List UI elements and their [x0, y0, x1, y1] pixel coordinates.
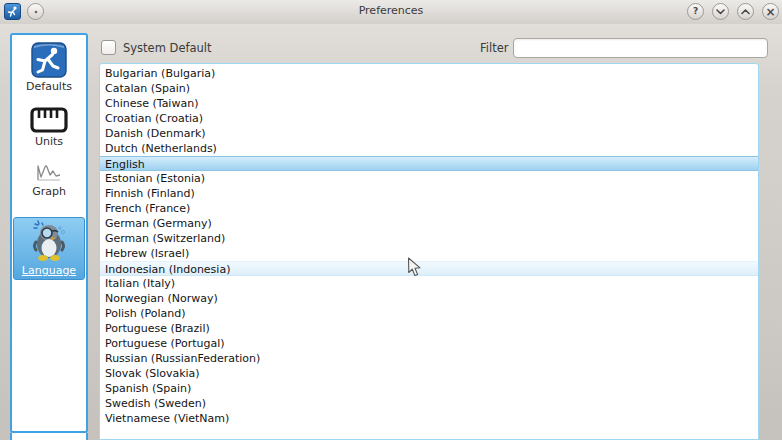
language-list-item[interactable]: English: [100, 156, 758, 171]
language-list-item[interactable]: Polish (Poland): [100, 306, 758, 321]
dive-profile-icon: [36, 163, 62, 183]
filter-input[interactable]: [513, 38, 768, 58]
language-list-item[interactable]: Finnish (Finland): [100, 186, 758, 201]
language-list[interactable]: Bulgarian (Bulgaria)Catalan (Spain)Chine…: [99, 63, 759, 440]
window-title: Preferences: [0, 4, 782, 17]
roll-up-button[interactable]: [737, 3, 754, 20]
language-list-item[interactable]: Chinese (Taiwan): [100, 96, 758, 111]
penguin-icon: [27, 220, 71, 262]
language-list-item[interactable]: Portuguese (Brazil): [100, 321, 758, 336]
preferences-window: Preferences ? × Defaul: [0, 0, 782, 440]
language-list-item[interactable]: Norwegian (Norway): [100, 291, 758, 306]
language-list-item[interactable]: German (Switzerland): [100, 231, 758, 246]
help-button[interactable]: ?: [687, 3, 704, 20]
language-list-item[interactable]: Russian (RussianFederation): [100, 351, 758, 366]
chevron-up-icon: [741, 9, 750, 15]
language-list-item[interactable]: Italian (Italy): [100, 276, 758, 291]
diver-icon: [31, 42, 67, 78]
question-mark-icon: ?: [693, 7, 698, 16]
language-list-item[interactable]: Bulgarian (Bulgaria): [100, 66, 758, 81]
sidebar-item-label: Defaults: [26, 80, 72, 93]
sidebar-item-language[interactable]: Language: [13, 217, 85, 280]
language-list-item[interactable]: Indonesian (Indonesia): [100, 261, 758, 276]
titlebar[interactable]: Preferences ? ×: [0, 0, 782, 24]
language-list-item[interactable]: Estonian (Estonia): [100, 171, 758, 186]
language-list-item[interactable]: Danish (Denmark): [100, 126, 758, 141]
language-list-item[interactable]: Swedish (Sweden): [100, 396, 758, 411]
roll-down-button[interactable]: [712, 3, 729, 20]
system-default-checkbox[interactable]: [101, 40, 116, 55]
close-icon: ×: [765, 6, 775, 18]
sidebar-item-defaults[interactable]: Defaults: [14, 39, 84, 95]
sidebar-item-label: Language: [22, 264, 76, 277]
chevron-down-icon: [716, 9, 725, 15]
filter-label: Filter: [480, 41, 508, 55]
language-list-item[interactable]: Portuguese (Portugal): [100, 336, 758, 351]
language-list-item[interactable]: Slovak (Slovakia): [100, 366, 758, 381]
sidebar-item-label: Units: [35, 135, 63, 148]
sidebar-item-units[interactable]: Units: [14, 103, 84, 151]
language-list-item[interactable]: French (France): [100, 201, 758, 216]
language-list-item[interactable]: Hebrew (Israel): [100, 246, 758, 261]
ruler-icon: [30, 107, 68, 133]
system-default-label: System Default: [123, 41, 212, 55]
language-list-item[interactable]: German (Germany): [100, 216, 758, 231]
close-button[interactable]: ×: [762, 3, 779, 20]
sidebar-item-graph[interactable]: Graph: [14, 159, 84, 201]
language-list-item[interactable]: Vietnamese (VietNam): [100, 411, 758, 426]
language-list-item[interactable]: Spanish (Spain): [100, 381, 758, 396]
sidebar-item-label: Graph: [32, 185, 66, 198]
language-list-item[interactable]: Catalan (Spain): [100, 81, 758, 96]
language-list-item[interactable]: Croatian (Croatia): [100, 111, 758, 126]
category-sidebar: Defaults Units Graph: [10, 33, 88, 433]
language-list-item[interactable]: Dutch (Netherlands): [100, 141, 758, 156]
sidebar-bottom-extension: [10, 433, 88, 440]
